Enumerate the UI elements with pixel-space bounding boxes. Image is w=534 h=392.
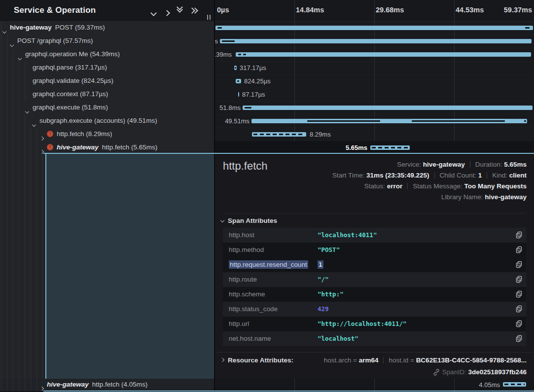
chevron-down-icon bbox=[220, 218, 224, 222]
meta-label: Service: bbox=[397, 161, 421, 168]
span-bar[interactable] bbox=[234, 66, 237, 70]
tree-row[interactable]: hive-gatewayhttp.fetch (4.05ms) bbox=[0, 379, 214, 391]
span-label: graphql.context (87.17µs) bbox=[33, 90, 108, 98]
meta-label: Start Time: bbox=[332, 172, 364, 179]
attribute-value: "http://localhost:4011/" bbox=[318, 320, 407, 327]
duration-label: 8.29ms bbox=[310, 131, 331, 138]
meta-line: Library Name: hive-gateway bbox=[332, 192, 527, 203]
span-label: subgraph.execute (accounts) (49.51ms) bbox=[39, 117, 157, 124]
expand-all-icon[interactable] bbox=[191, 8, 197, 13]
span-bar[interactable] bbox=[251, 119, 527, 123]
span-bar[interactable] bbox=[220, 39, 532, 43]
resource-attributes-header[interactable]: Resource Attributes: bbox=[221, 356, 293, 364]
resource-value: arm64 bbox=[359, 356, 379, 364]
ruler-tick: 59.37ms bbox=[504, 6, 532, 14]
meta-value: error bbox=[387, 182, 403, 190]
copy-icon[interactable] bbox=[516, 276, 522, 283]
resource-key: host.arch bbox=[324, 356, 352, 364]
chevron-right-icon bbox=[220, 358, 224, 362]
indent-guides bbox=[0, 379, 37, 391]
selected-row-rule bbox=[43, 153, 534, 154]
chevron-down-icon[interactable] bbox=[33, 119, 36, 128]
span-bar[interactable] bbox=[252, 132, 306, 137]
duration-label: 54.39ms bbox=[215, 51, 232, 58]
attribute-value: 1 bbox=[318, 261, 323, 268]
span-label: POST /graphql (57.57ms) bbox=[17, 37, 93, 44]
copy-icon[interactable] bbox=[516, 305, 522, 313]
gridline bbox=[294, 379, 295, 392]
meta-label: Status: bbox=[364, 182, 385, 190]
gridline bbox=[374, 0, 375, 21]
tree-row[interactable]: graphql.context (87.17µs) bbox=[0, 88, 214, 101]
span-label: graphql.validate (824.25µs) bbox=[33, 77, 113, 84]
copy-icon[interactable] bbox=[516, 290, 522, 298]
span-attributes-table: http.host "localhost:4011" http.method "… bbox=[223, 228, 526, 346]
collapse-all-icon[interactable] bbox=[178, 7, 182, 12]
span-id: SpanID: 3de02518937fb246 bbox=[433, 368, 527, 376]
span-bar[interactable] bbox=[215, 26, 533, 30]
waterfall-bottom-row: 4.05ms bbox=[215, 379, 534, 392]
span-label: http.fetch (5.65ms) bbox=[102, 143, 158, 151]
chevron-down-icon[interactable] bbox=[3, 26, 6, 35]
waterfall-row bbox=[215, 21, 534, 35]
span-bar[interactable] bbox=[236, 79, 241, 83]
attribute-value: "http:" bbox=[318, 290, 344, 298]
span-bar[interactable] bbox=[370, 145, 410, 150]
attribute-row: http.url "http://localhost:4011/" bbox=[223, 317, 526, 331]
meta-label: Kind: bbox=[492, 172, 507, 179]
tree-row[interactable]: subgraph.execute (accounts) (49.51ms) bbox=[0, 114, 214, 128]
chevron-down-icon[interactable] bbox=[10, 39, 13, 48]
attribute-row: net.host.name "localhost" bbox=[223, 331, 526, 346]
indent-guides bbox=[0, 74, 26, 88]
span-label: graphql.operation Me (54.39ms) bbox=[25, 50, 120, 58]
bottom-row-rule bbox=[43, 391, 534, 392]
tree-row[interactable]: graphql.operation Me (54.39ms) bbox=[0, 48, 214, 61]
copy-icon[interactable] bbox=[516, 335, 522, 342]
waterfall-row-selected: 5.65ms bbox=[215, 141, 534, 154]
duration-label: 51.8ms bbox=[219, 104, 241, 111]
span-bar[interactable] bbox=[243, 106, 533, 110]
collapse-one-icon[interactable] bbox=[151, 8, 156, 17]
error-icon bbox=[47, 131, 53, 137]
tree-row[interactable]: graphql.validate (824.25µs) bbox=[0, 74, 214, 88]
copy-icon[interactable] bbox=[516, 261, 522, 268]
gridline bbox=[294, 0, 295, 21]
tree-header: Service & Operation bbox=[0, 0, 214, 22]
expand-one-icon[interactable] bbox=[165, 8, 169, 17]
panel-splitter[interactable] bbox=[214, 0, 215, 392]
ruler-tick: 0µs bbox=[217, 6, 229, 14]
copy-icon[interactable] bbox=[516, 320, 522, 327]
waterfall-row: 57.57ms bbox=[215, 35, 534, 48]
span-bar[interactable] bbox=[238, 92, 239, 97]
tree-row-selected[interactable]: hive-gatewayhttp.fetch (5.65ms) bbox=[0, 141, 214, 154]
waterfall-row: 54.39ms bbox=[215, 48, 534, 62]
indent-guides bbox=[0, 21, 2, 35]
tree-row-root-span[interactable]: hive-gatewayPOST (59.37ms) bbox=[0, 21, 214, 35]
span-id-label: SpanID: bbox=[442, 368, 466, 376]
chevron-down-icon[interactable] bbox=[18, 53, 21, 62]
meta-line: Service: hive-gatewayDuration: 5.65ms bbox=[332, 159, 527, 170]
chevron-down-icon[interactable] bbox=[26, 106, 29, 115]
meta-label: Duration: bbox=[475, 161, 502, 168]
indent-guides bbox=[0, 88, 26, 101]
attribute-key: http.url bbox=[229, 320, 249, 327]
indent-guides bbox=[0, 61, 26, 74]
meta-value: 5.65ms bbox=[504, 161, 527, 168]
ruler-tick: 14.84ms bbox=[296, 6, 324, 14]
tree-row[interactable]: graphql.parse (317.17µs) bbox=[0, 61, 214, 74]
splitter-handle-icon[interactable] bbox=[207, 13, 212, 22]
attribute-key: http.scheme bbox=[229, 290, 265, 298]
copy-icon[interactable] bbox=[516, 231, 522, 239]
link-icon[interactable] bbox=[433, 369, 440, 376]
tree-row[interactable]: graphql.execute (51.8ms) bbox=[0, 101, 214, 114]
resource-value: BC62E13B-C4CC-5854-9788-2568... bbox=[416, 356, 527, 364]
span-detail-title: http.fetch bbox=[223, 160, 268, 173]
span-attributes-header[interactable]: Span Attributes bbox=[221, 217, 277, 224]
waterfall-row: 51.8ms bbox=[215, 101, 534, 115]
span-bar[interactable] bbox=[236, 52, 531, 57]
copy-icon[interactable] bbox=[516, 246, 522, 253]
tree-row[interactable]: POST /graphql (57.57ms) bbox=[0, 35, 214, 48]
meta-value: 1 bbox=[478, 172, 482, 179]
tree-row[interactable]: http.fetch (8.29ms) bbox=[0, 128, 214, 141]
span-bar[interactable] bbox=[503, 382, 526, 387]
